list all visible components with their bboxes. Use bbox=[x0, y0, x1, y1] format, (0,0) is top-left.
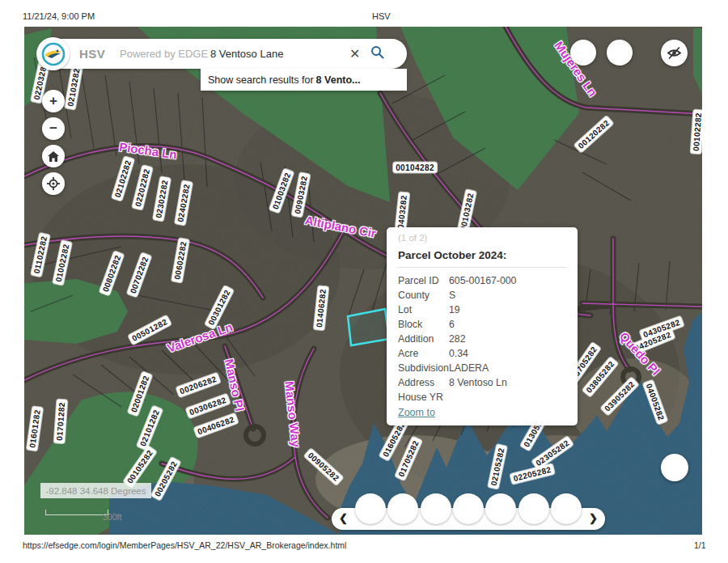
popup-row: Parcel ID605-00167-000 bbox=[398, 273, 566, 288]
popup-row-label: Block bbox=[398, 317, 449, 332]
parcel-number-label: 01705282 bbox=[395, 437, 422, 480]
hsv-logo bbox=[36, 37, 70, 70]
locate-icon bbox=[47, 177, 60, 190]
scale-bar bbox=[45, 510, 108, 515]
clear-search-icon[interactable]: ✕ bbox=[349, 46, 360, 61]
parcel-number-label: 00105282 bbox=[123, 446, 156, 487]
search-suggestion-item[interactable]: Show search results for 8 Vento... bbox=[201, 69, 407, 91]
popup-row-value: LADERA bbox=[449, 361, 566, 375]
parcel-info-popup: (1 of 2) Parcel October 2024: Parcel ID6… bbox=[387, 227, 578, 425]
plus-icon: + bbox=[49, 93, 57, 109]
parcel-number-label: 02101282 bbox=[137, 406, 163, 451]
toolbar-circle-button[interactable] bbox=[551, 493, 582, 524]
print-preview-page: 11/21/24, 9:00 PM HSV https://efsedge.co… bbox=[0, 0, 728, 563]
parcel-number-label: 02302282 bbox=[153, 176, 171, 221]
popup-row: House YR bbox=[398, 390, 566, 404]
search-bar[interactable]: HSV Powered by EDGE 8 Ventoso Lane ✕ bbox=[39, 39, 407, 69]
parcel-number-label: 02205282 bbox=[510, 464, 554, 485]
parcel-number-label: 01002282 bbox=[53, 240, 72, 285]
powered-by-label: Powered by EDGE bbox=[120, 48, 208, 60]
home-button[interactable] bbox=[42, 145, 65, 167]
street-name-label: Altiplano Cir bbox=[304, 213, 378, 240]
parcel-number-label: 01701282 bbox=[54, 400, 68, 443]
popup-row-label: House YR bbox=[398, 390, 449, 404]
zoom-out-button[interactable]: − bbox=[42, 117, 65, 140]
parcel-number-label: 00206282 bbox=[176, 373, 221, 398]
popup-row-label: Subdivision bbox=[398, 361, 449, 375]
toolbar-circle-button[interactable] bbox=[485, 493, 516, 524]
popup-row: Lot19 bbox=[398, 303, 566, 317]
popup-row-value: S bbox=[449, 288, 566, 303]
parcel-number-label: 00406282 bbox=[194, 413, 239, 438]
parcel-number-label: 00501282 bbox=[128, 315, 171, 345]
hsv-logo-icon bbox=[41, 42, 66, 66]
toolbar-circle-blank-2[interactable] bbox=[607, 40, 633, 66]
parcel-number-label: 00905282 bbox=[304, 448, 344, 485]
print-url: https://efsedge.com/login/MemberPages/HS… bbox=[23, 540, 346, 550]
minus-icon: − bbox=[49, 121, 57, 137]
popup-row: Addition282 bbox=[398, 332, 566, 346]
search-input[interactable]: 8 Ventoso Lane bbox=[210, 48, 283, 60]
parcel-number-label: 01406282 bbox=[314, 286, 329, 331]
print-page-number: 1/1 bbox=[694, 540, 706, 550]
parcel-number-label: 00205282 bbox=[151, 457, 181, 501]
parcel-number-label: 00602282 bbox=[171, 238, 189, 282]
parcel-number-label: 02102282 bbox=[112, 156, 134, 201]
parcel-number-label: 01102282 bbox=[31, 233, 50, 277]
parcel-number-label: 00802282 bbox=[99, 252, 125, 296]
parcel-number-label: 02001282 bbox=[128, 372, 153, 417]
parcel-number-label: 02105282 bbox=[488, 444, 507, 489]
parcel-number-label: 02202282 bbox=[132, 165, 153, 210]
suggestion-prefix: Show search results for bbox=[208, 74, 314, 86]
suggestion-term: 8 Vento... bbox=[316, 74, 361, 86]
popup-row-value: 19 bbox=[449, 303, 566, 317]
popup-row-value: 8 Ventoso Ln bbox=[449, 375, 566, 390]
popup-title: Parcel October 2024: bbox=[398, 249, 566, 268]
street-name-label: Valerosa Ln bbox=[165, 320, 234, 354]
scale-label: 300ft bbox=[103, 512, 121, 522]
popup-row: SubdivisionLADERA bbox=[398, 361, 566, 375]
parcel-number-label: 03905282 bbox=[600, 377, 638, 415]
toolbar-next-chevron[interactable]: ❯ bbox=[589, 512, 598, 524]
locate-button[interactable] bbox=[42, 172, 65, 195]
toolbar-circle-button[interactable] bbox=[453, 493, 484, 524]
popup-row: Acre0.34 bbox=[398, 346, 566, 361]
popup-row-label: Addition bbox=[398, 332, 449, 346]
map-canvas[interactable]: 0220328202103282021022820220228202302282… bbox=[24, 27, 702, 535]
app-name: HSV bbox=[79, 47, 105, 61]
popup-attribute-table: Parcel ID605-00167-000CountySLot19Block6… bbox=[398, 273, 566, 404]
toolbar-circle-button[interactable] bbox=[518, 493, 549, 524]
popup-row-value: 605-00167-000 bbox=[449, 273, 566, 288]
toolbar-circle-button[interactable] bbox=[421, 493, 451, 524]
parcel-number-label: 00102282 bbox=[691, 110, 702, 154]
parcel-number-label: 00903282 bbox=[291, 172, 310, 217]
popup-row: Block6 bbox=[398, 317, 566, 332]
floating-action-circle[interactable] bbox=[661, 454, 688, 481]
popup-pagination: (1 of 2) bbox=[398, 233, 566, 243]
toolbar-circle-blank-1[interactable] bbox=[570, 40, 596, 66]
popup-row-value: 282 bbox=[449, 332, 566, 346]
home-icon bbox=[48, 151, 59, 162]
popup-row: Address8 Ventoso Ln bbox=[398, 375, 566, 390]
eye-off-icon bbox=[667, 46, 682, 60]
parcel-number-label: 00120282 bbox=[574, 116, 614, 153]
popup-row-label: County bbox=[398, 288, 449, 303]
zoom-to-link[interactable]: Zoom to bbox=[398, 407, 435, 418]
parcel-number-label: 02103282 bbox=[65, 65, 83, 109]
popup-row-value bbox=[449, 390, 566, 404]
toolbar-circle-button[interactable] bbox=[355, 493, 386, 524]
layer-visibility-button[interactable] bbox=[661, 40, 688, 66]
search-icon[interactable] bbox=[370, 45, 384, 62]
popup-row-value: 0.34 bbox=[449, 346, 566, 361]
popup-row-label: Address bbox=[398, 375, 449, 390]
map-labels-layer: 0220328202103282021022820220228202302282… bbox=[24, 27, 702, 535]
toolbar-prev-chevron[interactable]: ❮ bbox=[339, 512, 348, 524]
popup-row-label: Lot bbox=[398, 303, 449, 317]
print-timestamp: 11/21/24, 9:00 PM bbox=[23, 11, 95, 21]
zoom-in-button[interactable]: + bbox=[42, 90, 65, 112]
parcel-number-label: 01003282 bbox=[269, 169, 294, 214]
popup-row-label: Acre bbox=[398, 346, 449, 361]
parcel-number-label: 00104282 bbox=[393, 163, 437, 173]
parcel-number-label: 01601282 bbox=[27, 407, 43, 451]
popup-row-label: Parcel ID bbox=[398, 273, 449, 288]
